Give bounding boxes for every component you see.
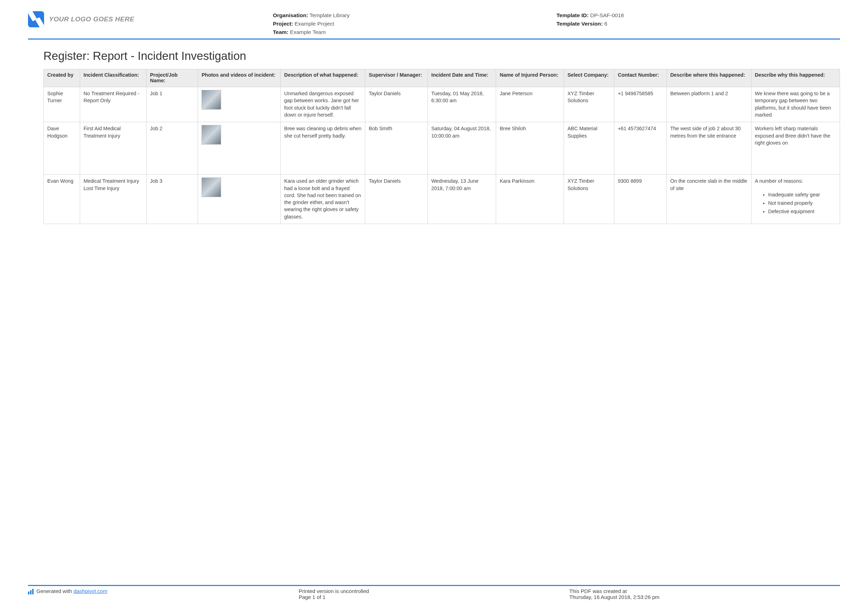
cell-contact: +1 9496758585: [614, 87, 666, 122]
dashpivot-link[interactable]: dashpivot.com: [73, 588, 107, 594]
chart-bar-icon: [28, 589, 34, 594]
generated-prefix: Generated with: [36, 588, 73, 594]
th-injured-name: Name of Injured Person:: [496, 69, 564, 87]
cell-why: We knew there was going to be a temporar…: [751, 87, 840, 122]
why-reason-item: Defective equipment: [768, 208, 836, 215]
footer-center: Printed version is uncontrolled Page 1 o…: [299, 588, 570, 600]
footer-left: Generated with dashpivot.com: [28, 588, 299, 600]
th-classification: Incident Classification:: [80, 69, 146, 87]
cell-created-by: Evan Wong: [44, 175, 80, 224]
cell-supervisor: Taylor Daniels: [365, 175, 428, 224]
project-label: Project:: [273, 21, 293, 26]
cell-datetime: Saturday, 04 August 2018, 10:00:00 am: [428, 122, 496, 175]
page-line: Page 1 of 1: [299, 594, 570, 600]
cell-company: XYZ Timber Solutions: [564, 87, 614, 122]
th-where: Describe where this happened:: [666, 69, 751, 87]
cell-classification: No Treatment Required - Report Only: [80, 87, 146, 122]
incident-register-table: Created by Incident Classification: Proj…: [43, 69, 840, 224]
cell-company: XYZ Timber Solutions: [564, 175, 614, 224]
created-line: This PDF was created at: [569, 588, 840, 594]
organisation-value: Template Library: [310, 12, 350, 18]
th-company: Select Company:: [564, 69, 614, 87]
th-project-job: Project/Job Name:: [146, 69, 198, 87]
cell-classification: First Aid Medical Treatment Injury: [80, 122, 146, 175]
why-text: A number of reasons:: [755, 177, 836, 185]
cell-why: A number of reasons:Inadequate safety ge…: [751, 175, 840, 224]
logo-block: YOUR LOGO GOES HERE: [28, 11, 273, 27]
table-row: Evan WongMedical Treatment Injury Lost T…: [44, 175, 840, 224]
why-text: We knew there was going to be a temporar…: [755, 90, 836, 118]
document-header: YOUR LOGO GOES HERE Organisation: Templa…: [28, 11, 840, 40]
cell-datetime: Tuesday, 01 May 2018, 6:30:00 am: [428, 87, 496, 122]
th-contact: Contact Number:: [614, 69, 666, 87]
th-datetime: Incident Date and Time:: [428, 69, 496, 87]
template-id-label: Template ID:: [556, 12, 589, 18]
cell-injured-name: Jane Peterson: [496, 87, 564, 122]
logo-icon: [28, 11, 44, 27]
created-date: Thursday, 16 August 2018, 2:53:26 pm: [569, 594, 840, 600]
printed-line: Printed version is uncontrolled: [299, 588, 570, 594]
why-reason-item: Not trained properly: [768, 199, 836, 207]
cell-photo: [198, 175, 281, 224]
team-label: Team:: [273, 29, 288, 35]
template-version-label: Template Version:: [556, 21, 603, 26]
why-reason-list: Inadequate safety gearNot trained proper…: [768, 191, 836, 215]
cell-description: Bree was cleaning up debris when she cut…: [281, 122, 365, 175]
th-description: Description of what happened:: [281, 69, 365, 87]
page-title: Register: Report - Incident Investigatio…: [43, 49, 840, 63]
incident-photo-thumb: [202, 125, 221, 145]
cell-project-job: Job 1: [146, 87, 198, 122]
cell-where: Between platform 1 and 2: [666, 87, 751, 122]
meta-left: Organisation: Template Library Project: …: [273, 11, 556, 36]
th-photos: Photos and videos of incident:: [198, 69, 281, 87]
incident-photo-thumb: [202, 90, 221, 110]
why-reason-item: Inadequate safety gear: [768, 191, 836, 198]
cell-description: Unmarked dangerous exposed gap between w…: [281, 87, 365, 122]
cell-injured-name: Bree Shiloh: [496, 122, 564, 175]
project-value: Example Project: [294, 21, 334, 26]
meta-right: Template ID: DP-SAF-0018 Template Versio…: [556, 11, 840, 28]
cell-project-job: Job 3: [146, 175, 198, 224]
cell-where: The west side of job 2 about 30 metres f…: [666, 122, 751, 175]
logo-text: YOUR LOGO GOES HERE: [49, 16, 134, 23]
cell-supervisor: Taylor Daniels: [365, 87, 428, 122]
cell-why: Workers left sharp materials exposed and…: [751, 122, 840, 175]
table-header-row: Created by Incident Classification: Proj…: [44, 69, 840, 87]
cell-project-job: Job 2: [146, 122, 198, 175]
cell-injured-name: Kara Parkinson: [496, 175, 564, 224]
th-created-by: Created by: [44, 69, 80, 87]
document-footer: Generated with dashpivot.com Printed ver…: [28, 585, 840, 600]
cell-photo: [198, 87, 281, 122]
cell-contact: 9300 8899: [614, 175, 666, 224]
cell-where: On the concrete slab in the middle of si…: [666, 175, 751, 224]
template-id-value: DP-SAF-0018: [590, 12, 624, 18]
cell-description: Kara used an older grinder which had a l…: [281, 175, 365, 224]
team-value: Example Team: [290, 29, 326, 35]
cell-company: ABC Material Supplies: [564, 122, 614, 175]
template-version-value: 6: [604, 21, 608, 26]
th-supervisor: Supervisor / Manager:: [365, 69, 428, 87]
cell-supervisor: Bob Smith: [365, 122, 428, 175]
footer-right: This PDF was created at Thursday, 16 Aug…: [569, 588, 840, 600]
cell-classification: Medical Treatment Injury Lost Time Injur…: [80, 175, 146, 224]
cell-created-by: Sophie Turner: [44, 87, 80, 122]
why-text: Workers left sharp materials exposed and…: [755, 125, 836, 146]
table-row: Dave HodgsonFirst Aid Medical Treatment …: [44, 122, 840, 175]
cell-created-by: Dave Hodgson: [44, 122, 80, 175]
organisation-label: Organisation:: [273, 12, 308, 18]
table-row: Sophie TurnerNo Treatment Required - Rep…: [44, 87, 840, 122]
cell-contact: +61 4573627474: [614, 122, 666, 175]
th-why: Describe why this happened:: [751, 69, 840, 87]
cell-photo: [198, 122, 281, 175]
incident-photo-thumb: [202, 177, 221, 197]
cell-datetime: Wednesday, 13 June 2018, 7:00:00 am: [428, 175, 496, 224]
